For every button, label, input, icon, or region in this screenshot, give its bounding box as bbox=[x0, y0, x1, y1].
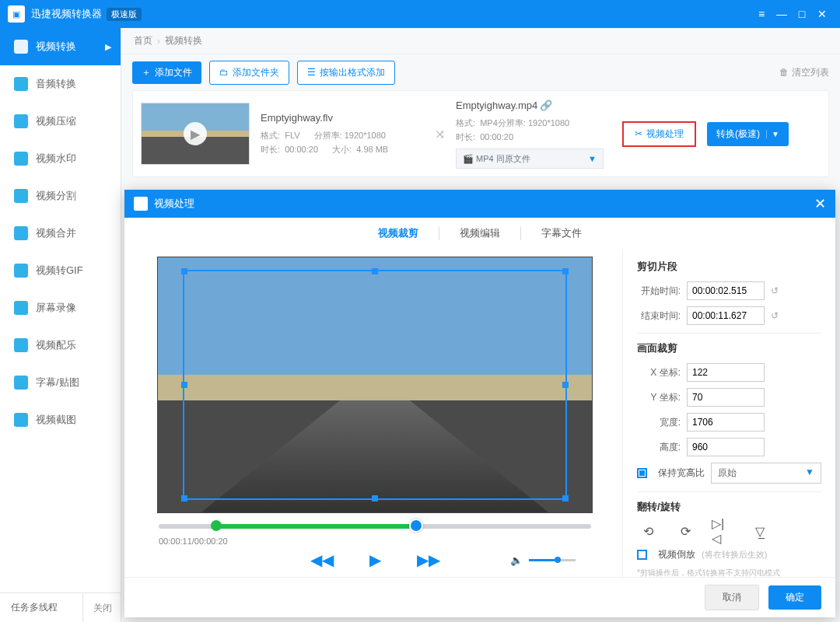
close-icon[interactable]: ✕ bbox=[812, 8, 832, 20]
playback-controls: ◀◀ ▶ ▶▶ 🔈 bbox=[159, 550, 591, 569]
crop-width-input[interactable] bbox=[687, 413, 765, 432]
breadcrumb-home[interactable]: 首页 bbox=[134, 34, 152, 47]
timeline-selection[interactable] bbox=[215, 524, 409, 529]
sidebar-item-label: 视频转换 bbox=[36, 40, 76, 54]
edition-badge: 极速版 bbox=[107, 8, 142, 21]
dialog-close-icon[interactable]: ✕ bbox=[814, 195, 826, 212]
reverse-checkbox[interactable] bbox=[637, 550, 647, 560]
volume-icon: 🔈 bbox=[510, 554, 523, 566]
scissors-icon: ✂ bbox=[635, 128, 642, 139]
sidebar-item-audio-convert[interactable]: 音频转换 bbox=[0, 65, 121, 103]
video-thumbnail[interactable]: ▶ bbox=[141, 103, 250, 165]
play-button[interactable]: ▶ bbox=[369, 550, 381, 569]
clip-section-title: 剪切片段 bbox=[637, 260, 821, 274]
caret-down-icon[interactable]: ▼ bbox=[766, 130, 779, 138]
sidebar-item-compress[interactable]: 视频压缩 bbox=[0, 103, 121, 140]
sidebar: 视频转换 ▶ 音频转换 视频压缩 视频水印 视频分割 视频合并 视频转GIF 屏… bbox=[0, 28, 121, 622]
timeline: 00:00:11/00:00:20 ◀◀ ▶ ▶▶ 🔈 bbox=[143, 524, 607, 569]
dialog-tabs: 视频裁剪 视频编辑 字幕文件 bbox=[124, 218, 835, 249]
link-icon[interactable]: 🔗 bbox=[540, 100, 552, 111]
breadcrumb-current: 视频转换 bbox=[165, 34, 202, 47]
crop-handle[interactable] bbox=[181, 382, 187, 388]
merge-icon bbox=[14, 226, 28, 240]
dialog-icon bbox=[134, 197, 148, 211]
dialog-title: 视频处理 bbox=[154, 197, 194, 211]
toolbar: ＋添加文件 🗀添加文件夹 ☰按输出格式添加 🗑清空列表 bbox=[121, 54, 840, 90]
timeline-playhead[interactable] bbox=[409, 519, 423, 533]
sidebar-item-music[interactable]: 视频配乐 bbox=[0, 327, 121, 364]
volume-slider[interactable] bbox=[529, 559, 576, 561]
sidebar-item-gif[interactable]: 视频转GIF bbox=[0, 252, 121, 289]
crop-handle[interactable] bbox=[562, 382, 569, 388]
play-icon: ▶ bbox=[184, 122, 207, 145]
crop-rectangle[interactable] bbox=[183, 270, 567, 500]
rotate-right-icon[interactable]: ⟳ bbox=[674, 522, 696, 540]
mode-note: *剪辑操作后，格式转换将不支持闪电模式 bbox=[637, 568, 821, 577]
sidebar-item-subtitle[interactable]: 字幕/贴图 bbox=[0, 364, 121, 401]
rotate-section-title: 翻转/旋转 bbox=[637, 500, 821, 514]
thread-close-button[interactable]: 关闭 bbox=[82, 593, 121, 622]
output-preset-select[interactable]: 🎬 MP4 同原文件▼ bbox=[456, 149, 604, 169]
file-row: ▶ Emptyighway.flv 格式: FLV分辨率: 1920*1080 … bbox=[132, 90, 829, 177]
reverse-label: 视频倒放 bbox=[658, 548, 695, 561]
start-time-input[interactable] bbox=[687, 281, 765, 300]
crop-x-input[interactable] bbox=[687, 363, 765, 382]
tab-subtitle[interactable]: 字幕文件 bbox=[521, 226, 602, 240]
keep-ratio-checkbox[interactable] bbox=[637, 468, 647, 478]
sidebar-item-video-convert[interactable]: 视频转换 ▶ bbox=[0, 28, 121, 65]
ok-button[interactable]: 确定 bbox=[768, 585, 821, 610]
menu-icon[interactable]: ≡ bbox=[751, 8, 772, 20]
dialog-footer: 取消 确定 bbox=[124, 577, 835, 617]
tab-crop[interactable]: 视频裁剪 bbox=[358, 226, 439, 240]
shuffle-icon[interactable]: ⤨ bbox=[435, 127, 445, 142]
chevron-right-icon: ▶ bbox=[105, 42, 111, 52]
timeline-track[interactable] bbox=[159, 524, 591, 529]
subtitle-icon bbox=[14, 376, 28, 390]
crop-handle[interactable] bbox=[562, 495, 569, 501]
reset-end-icon[interactable]: ↺ bbox=[771, 310, 779, 321]
add-file-button[interactable]: ＋添加文件 bbox=[132, 61, 201, 84]
add-folder-button[interactable]: 🗀添加文件夹 bbox=[209, 61, 289, 85]
gif-icon bbox=[14, 264, 28, 278]
flip-horizontal-icon[interactable]: ▷|◁ bbox=[712, 522, 733, 540]
app-logo-icon: ▣ bbox=[8, 5, 25, 23]
convert-button[interactable]: 转换(极速)▼ bbox=[707, 122, 789, 146]
record-icon bbox=[14, 301, 28, 315]
screenshot-icon bbox=[14, 413, 28, 427]
params-panel: 剪切片段 开始时间: ↺ 结束时间: ↺ 画面裁剪 X 坐标: Y 坐标: 宽度… bbox=[622, 249, 835, 577]
crop-y-input[interactable] bbox=[687, 388, 765, 407]
video-preview[interactable] bbox=[157, 257, 593, 513]
crop-handle[interactable] bbox=[562, 268, 569, 274]
sidebar-item-split[interactable]: 视频分割 bbox=[0, 177, 121, 215]
forward-button[interactable]: ▶▶ bbox=[417, 550, 440, 569]
crop-height-input[interactable] bbox=[687, 438, 765, 456]
clear-list-button[interactable]: 🗑清空列表 bbox=[779, 66, 829, 79]
maximize-icon[interactable]: □ bbox=[792, 8, 812, 20]
sidebar-item-screenshot[interactable]: 视频截图 bbox=[0, 401, 121, 439]
crop-handle[interactable] bbox=[372, 495, 378, 501]
crop-section-title: 画面裁剪 bbox=[637, 341, 821, 355]
end-time-input[interactable] bbox=[687, 306, 765, 325]
video-icon bbox=[14, 40, 28, 54]
titlebar: ▣ 迅捷视频转换器 极速版 ≡ ― □ ✕ bbox=[0, 0, 840, 28]
flip-vertical-icon[interactable]: ▽̲ bbox=[749, 522, 771, 540]
minimize-icon[interactable]: ― bbox=[772, 8, 792, 20]
ratio-select[interactable]: 原始▼ bbox=[711, 463, 821, 484]
volume-control[interactable]: 🔈 bbox=[510, 554, 576, 566]
tab-edit[interactable]: 视频编辑 bbox=[439, 226, 521, 240]
sidebar-item-record[interactable]: 屏幕录像 bbox=[0, 289, 121, 327]
add-by-format-button[interactable]: ☰按输出格式添加 bbox=[297, 61, 395, 85]
crop-handle[interactable] bbox=[181, 495, 187, 501]
output-filename: Emptyighway.mp4 bbox=[456, 100, 537, 111]
reset-start-icon[interactable]: ↺ bbox=[771, 285, 779, 296]
sidebar-item-watermark[interactable]: 视频水印 bbox=[0, 140, 121, 177]
rewind-button[interactable]: ◀◀ bbox=[310, 550, 334, 569]
sidebar-item-merge[interactable]: 视频合并 bbox=[0, 215, 121, 252]
crop-handle[interactable] bbox=[181, 268, 187, 274]
crop-handle[interactable] bbox=[372, 268, 378, 274]
app-title: 迅捷视频转换器 bbox=[31, 7, 102, 21]
rotate-left-icon[interactable]: ⟲ bbox=[637, 522, 659, 540]
split-icon bbox=[14, 189, 28, 203]
video-process-button[interactable]: ✂视频处理 bbox=[622, 121, 696, 147]
cancel-button[interactable]: 取消 bbox=[705, 585, 759, 610]
